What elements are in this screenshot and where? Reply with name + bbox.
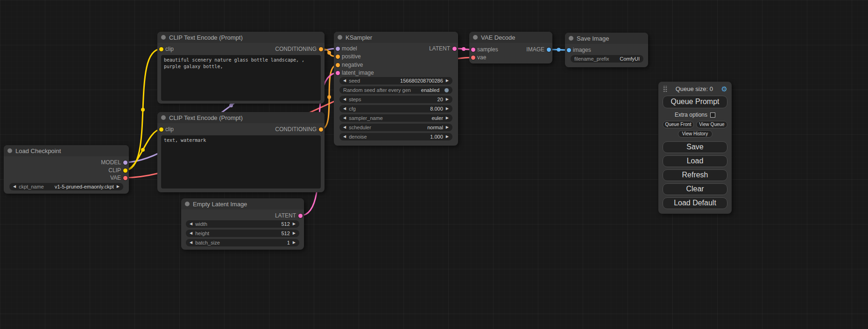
widget-scheduler[interactable]: ◀ scheduler normal ▶	[339, 124, 452, 131]
widget-sampler-name[interactable]: ◀ sampler_name euler ▶	[339, 114, 452, 122]
input-dot-latent-image[interactable]	[336, 71, 340, 75]
output-dot-model[interactable]	[123, 161, 127, 165]
node-title-bar[interactable]: KSampler	[334, 32, 458, 43]
input-dot-samples[interactable]	[471, 48, 475, 52]
increment-arrow-icon[interactable]: ▶	[293, 241, 296, 245]
toggle-dot-icon[interactable]	[445, 88, 449, 92]
node-title: VAE Decode	[481, 34, 515, 41]
input-label: clip	[165, 126, 174, 133]
node-empty-latent-image[interactable]: Empty Latent Image LATENT ◀ width 512 ▶ …	[181, 198, 304, 250]
output-dot-latent[interactable]	[298, 214, 303, 218]
queue-prompt-button[interactable]: Queue Prompt	[663, 96, 727, 108]
output-dot-conditioning[interactable]	[319, 47, 323, 51]
output-dot-latent[interactable]	[452, 47, 457, 51]
load-default-button[interactable]: Load Default	[663, 197, 727, 209]
increment-arrow-icon[interactable]: ▶	[446, 135, 449, 139]
node-clip-text-encode-positive[interactable]: CLIP Text Encode (Prompt) clip CONDITION…	[157, 32, 325, 104]
widget-label: sampler_name	[349, 115, 383, 121]
node-title-bar[interactable]: Empty Latent Image	[181, 198, 304, 210]
node-graph-canvas[interactable]: Load Checkpoint MODEL CLIP VAE ◀ ckpt_na…	[0, 0, 868, 329]
widget-random-seed-toggle[interactable]: Random seed after every gen enabled	[339, 86, 452, 94]
node-title-bar[interactable]: VAE Decode	[469, 32, 552, 43]
widget-label: batch_size	[195, 240, 220, 245]
widget-label: denoise	[349, 134, 367, 140]
widget-width[interactable]: ◀ width 512 ▶	[186, 220, 299, 228]
output-slot-latent: LATENT	[429, 44, 458, 53]
decrement-arrow-icon[interactable]: ◀	[343, 135, 346, 139]
output-dot-vae[interactable]	[123, 176, 127, 180]
node-vae-decode[interactable]: VAE Decode samples vae IMAGE	[469, 32, 552, 63]
node-clip-text-encode-negative[interactable]: CLIP Text Encode (Prompt) clip CONDITION…	[157, 112, 325, 192]
increment-arrow-icon[interactable]: ▶	[117, 185, 120, 189]
drag-handle-icon[interactable]	[663, 85, 667, 92]
widget-batch-size[interactable]: ◀ batch_size 1 ▶	[186, 239, 299, 246]
node-title-bar[interactable]: Load Checkpoint	[4, 145, 129, 156]
increment-arrow-icon[interactable]: ▶	[446, 116, 449, 120]
node-title-bar[interactable]: Save Image	[565, 33, 648, 44]
node-ksampler[interactable]: KSampler model positive negative latent_…	[334, 32, 458, 146]
decrement-arrow-icon[interactable]: ◀	[190, 231, 192, 235]
view-history-button[interactable]: View History	[678, 130, 713, 138]
output-dot-clip[interactable]	[123, 168, 127, 173]
increment-arrow-icon[interactable]: ▶	[446, 107, 449, 111]
input-dot-positive[interactable]	[336, 55, 340, 59]
output-dot-image[interactable]	[547, 48, 551, 52]
node-title: Empty Latent Image	[193, 201, 247, 208]
settings-gear-icon[interactable]: ⚙	[721, 85, 727, 92]
decrement-arrow-icon[interactable]: ◀	[343, 126, 346, 129]
node-load-checkpoint[interactable]: Load Checkpoint MODEL CLIP VAE ◀ ckpt_na…	[4, 145, 129, 194]
prompt-textarea[interactable]: text, watermark	[161, 135, 321, 189]
collapse-toggle-icon[interactable]	[473, 35, 478, 40]
refresh-button[interactable]: Refresh	[663, 169, 727, 181]
prompt-textarea[interactable]: beautiful scenery nature glass bottle la…	[161, 55, 321, 101]
collapse-toggle-icon[interactable]	[161, 115, 166, 120]
widget-seed[interactable]: ◀ seed 156680208700286 ▶	[339, 77, 452, 84]
wire-midpoint-dot	[462, 47, 466, 51]
extra-options-checkbox[interactable]	[710, 112, 715, 118]
input-slot-images: images	[565, 46, 591, 54]
decrement-arrow-icon[interactable]: ◀	[343, 79, 346, 83]
increment-arrow-icon[interactable]: ▶	[293, 231, 296, 235]
input-dot-clip[interactable]	[159, 127, 163, 132]
increment-arrow-icon[interactable]: ▶	[446, 79, 449, 83]
decrement-arrow-icon[interactable]: ◀	[343, 116, 346, 120]
widget-cfg[interactable]: ◀ cfg 8.000 ▶	[339, 105, 452, 112]
decrement-arrow-icon[interactable]: ◀	[190, 241, 192, 245]
load-button[interactable]: Load	[663, 155, 727, 167]
node-title-bar[interactable]: CLIP Text Encode (Prompt)	[157, 112, 325, 123]
decrement-arrow-icon[interactable]: ◀	[343, 107, 346, 111]
save-button[interactable]: Save	[663, 141, 727, 153]
node-title-bar[interactable]: CLIP Text Encode (Prompt)	[157, 32, 325, 43]
increment-arrow-icon[interactable]: ▶	[293, 222, 296, 226]
input-dot-negative[interactable]	[336, 63, 340, 67]
input-dot-model[interactable]	[336, 47, 340, 51]
increment-arrow-icon[interactable]: ▶	[446, 126, 449, 129]
collapse-toggle-icon[interactable]	[569, 36, 573, 41]
input-slot-clip: clip	[157, 45, 174, 53]
node-save-image[interactable]: Save Image images filename_prefix ComfyU…	[565, 33, 648, 67]
input-dot-clip[interactable]	[159, 47, 163, 51]
widget-label: filename_prefix	[574, 56, 609, 62]
input-dot-images[interactable]	[567, 48, 571, 52]
wire-midpoint-dot	[141, 148, 145, 152]
widget-filename-prefix[interactable]: filename_prefix ComfyUI	[571, 55, 643, 63]
widget-height[interactable]: ◀ height 512 ▶	[186, 230, 299, 237]
clear-button[interactable]: Clear	[663, 183, 727, 195]
decrement-arrow-icon[interactable]: ◀	[190, 222, 192, 226]
output-dot-conditioning[interactable]	[319, 127, 323, 132]
view-queue-button[interactable]: View Queue	[696, 121, 727, 128]
widget-steps[interactable]: ◀ steps 20 ▶	[339, 96, 452, 103]
widget-denoise[interactable]: ◀ denoise 1.000 ▶	[339, 133, 452, 140]
widget-ckpt-name[interactable]: ◀ ckpt_name v1-5-pruned-emaonly.ckpt ▶	[9, 183, 123, 190]
decrement-arrow-icon[interactable]: ◀	[343, 98, 346, 101]
decrement-arrow-icon[interactable]: ◀	[13, 185, 16, 189]
collapse-toggle-icon[interactable]	[185, 202, 190, 206]
queue-front-button[interactable]: Queue Front	[663, 121, 694, 128]
queue-menu-panel[interactable]: Queue size: 0 ⚙ Queue Prompt Extra optio…	[658, 82, 732, 214]
input-dot-vae[interactable]	[471, 56, 475, 60]
node-title: CLIP Text Encode (Prompt)	[169, 114, 243, 121]
collapse-toggle-icon[interactable]	[7, 148, 12, 153]
collapse-toggle-icon[interactable]	[161, 35, 166, 40]
collapse-toggle-icon[interactable]	[338, 35, 342, 40]
increment-arrow-icon[interactable]: ▶	[446, 98, 449, 101]
